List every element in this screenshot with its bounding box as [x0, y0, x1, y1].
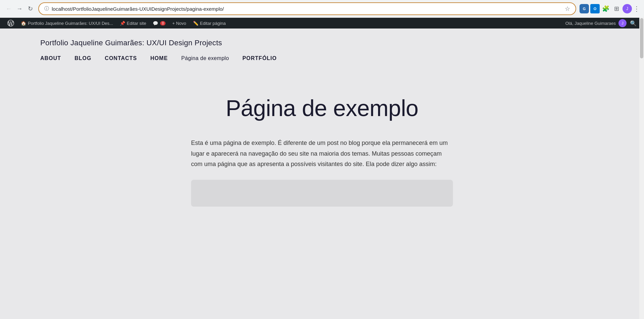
- site-nav: ABOUT BLOG CONTACTS HOME Página de exemp…: [40, 55, 617, 61]
- wp-new-item[interactable]: + Novo: [169, 18, 190, 29]
- wp-admin-bar: 🏠 Portfolio Jaqueline Guimarães: UX/UI D…: [0, 18, 644, 29]
- edit-site-icon: 📌: [120, 21, 125, 26]
- scrollbar[interactable]: [639, 17, 644, 319]
- comments-count-badge: 0: [160, 21, 166, 25]
- outlook-extension-icon[interactable]: O: [590, 4, 600, 13]
- comment-icon: 💬: [153, 21, 158, 26]
- user-avatar-wp: J: [618, 19, 627, 27]
- site-content: Portfolio Jaqueline Guimarães: UX/UI Des…: [0, 29, 644, 319]
- browser-chrome: ← → ↻ ⓘ ☆ G O 🧩 ⊞ J ⋮: [0, 0, 644, 18]
- lock-icon: ⓘ: [44, 6, 49, 12]
- extensions-icon[interactable]: 🧩: [601, 4, 610, 13]
- scrollbar-thumb[interactable]: [640, 18, 643, 58]
- extension-icons: G O 🧩 ⊞ J ⋮: [580, 4, 640, 13]
- profile-avatar[interactable]: J: [623, 4, 632, 13]
- hello-text: Olá, Jaqueline Guimaraes: [565, 21, 616, 26]
- wp-search-item[interactable]: 🔍: [627, 18, 640, 29]
- browser-top-bar: ← → ↻ ⓘ ☆ G O 🧩 ⊞ J ⋮: [0, 0, 644, 17]
- page-body: Esta é uma página de exemplo. É diferent…: [191, 138, 453, 207]
- wp-logo-item[interactable]: [4, 18, 17, 29]
- nav-contacts[interactable]: CONTACTS: [105, 55, 137, 61]
- new-label: + Novo: [172, 21, 186, 26]
- site-header: Portfolio Jaqueline Guimarães: UX/UI Des…: [0, 29, 644, 68]
- bookmark-icon[interactable]: ☆: [565, 5, 570, 12]
- nav-pagina-exemplo[interactable]: Página de exemplo: [181, 55, 229, 61]
- nav-blog[interactable]: BLOG: [75, 55, 91, 61]
- wp-edit-page-item[interactable]: ✏️ Editar página: [190, 18, 229, 29]
- edit-site-label: Editar site: [127, 21, 146, 26]
- wp-comments-item[interactable]: 💬 0: [149, 18, 169, 29]
- nav-about[interactable]: ABOUT: [40, 55, 61, 61]
- forward-button[interactable]: →: [15, 4, 24, 13]
- page-paragraph: Esta é uma página de exemplo. É diferent…: [191, 138, 453, 170]
- browser-menu-button[interactable]: ⋮: [633, 5, 640, 13]
- page-content-box: [191, 180, 453, 207]
- wp-user-greeting[interactable]: Olá, Jaqueline Guimaraes J: [565, 19, 627, 27]
- site-title: Portfolio Jaqueline Guimarães: UX/UI Des…: [40, 39, 617, 47]
- wordpress-icon: [7, 20, 14, 26]
- page-title: Página de exemplo: [226, 95, 418, 121]
- site-icon: 🏠: [21, 21, 26, 26]
- wp-site-name-item[interactable]: 🏠 Portfolio Jaqueline Guimarães: UX/UI D…: [17, 18, 117, 29]
- back-button[interactable]: ←: [4, 4, 13, 13]
- wp-edit-site-item[interactable]: 📌 Editar site: [117, 18, 150, 29]
- nav-portfolio[interactable]: PORTFÓLIO: [242, 55, 277, 61]
- reload-button[interactable]: ↻: [26, 4, 35, 13]
- nav-home[interactable]: HOME: [150, 55, 168, 61]
- search-icon[interactable]: 🔍: [630, 20, 637, 26]
- site-name-label: Portfolio Jaqueline Guimarães: UX/UI Des…: [28, 21, 113, 26]
- nav-buttons: ← → ↻: [4, 4, 35, 13]
- address-bar[interactable]: ⓘ ☆: [38, 2, 576, 15]
- edit-page-label: Editar página: [200, 21, 226, 26]
- page-main-content: Página de exemplo Esta é uma página de e…: [0, 68, 644, 220]
- url-input[interactable]: [52, 6, 562, 12]
- tab-manager-icon[interactable]: ⊞: [612, 4, 621, 13]
- edit-page-icon: ✏️: [193, 21, 198, 26]
- grammarly-extension-icon[interactable]: G: [580, 4, 589, 13]
